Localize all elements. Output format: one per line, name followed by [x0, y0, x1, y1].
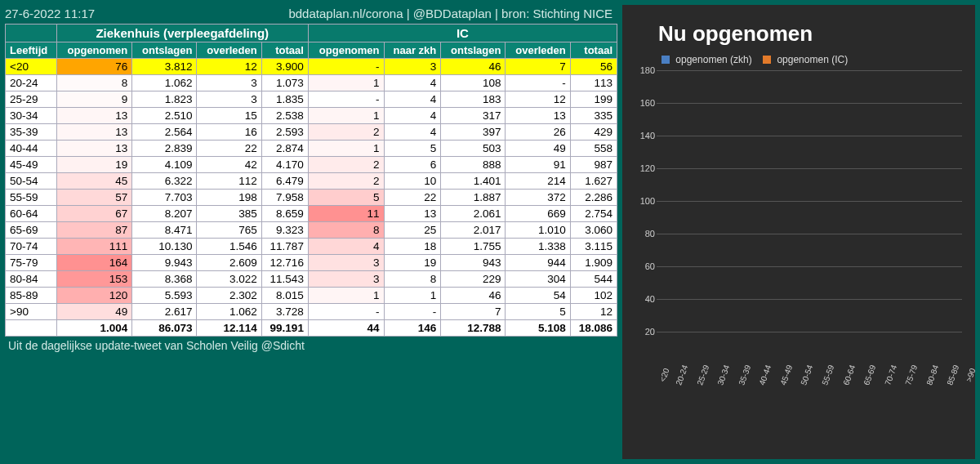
table-row: 40-44132.839222.8741550349558	[6, 141, 617, 157]
cell-i_tot: 199	[570, 91, 617, 108]
col-i-dec: overleden	[506, 42, 570, 59]
table-row: <20763.812123.900-346756	[6, 59, 617, 75]
cell-age: 25-29	[6, 91, 57, 108]
legend-swatch-ic	[763, 56, 771, 64]
cell-i_tozkh: 4	[384, 75, 441, 91]
cell-h_tot: 8.659	[261, 206, 308, 222]
cell-h_tot: 6.479	[261, 173, 308, 190]
cell-h_tot: 1.073	[261, 75, 308, 91]
cell-i_tot: 56	[570, 59, 617, 75]
cell-h_dis: 2.510	[132, 108, 197, 124]
cell-i_adm: -	[308, 59, 384, 75]
cell-i_tot: 12	[570, 304, 617, 320]
cell-h_adm: 111	[56, 239, 132, 255]
cell-i_tozkh: 3	[384, 59, 441, 75]
cell-age: 65-69	[6, 222, 57, 239]
cell-i_dec: 1.338	[506, 239, 570, 255]
cell-h_adm: 49	[56, 304, 132, 320]
cell-i_adm: 3	[308, 271, 384, 288]
cell-h_dec: 12	[197, 59, 261, 75]
cell-h_dis: 6.322	[132, 173, 197, 190]
cell-i_tozkh: 10	[384, 173, 441, 190]
cell-h_dec: 1.546	[197, 239, 261, 255]
cell-h_dec: 16	[197, 124, 261, 141]
cell-i_dis: 2.061	[441, 206, 506, 222]
cell-h_tot: 2.593	[261, 124, 308, 141]
cell-i_adm: 4	[308, 239, 384, 255]
cell-i_adm: 1	[308, 141, 384, 157]
legend-label-ic: opgenomen (IC)	[777, 54, 848, 65]
table-row: 45-49194.109424.1702688891987	[6, 157, 617, 173]
table-row: 35-39132.564162.5932439726429	[6, 124, 617, 141]
cell-h_adm: 9	[56, 91, 132, 108]
cell-i_dis: 943	[441, 255, 506, 271]
cell-h_dis: 2.617	[132, 304, 197, 320]
cell-i_dec: 26	[506, 124, 570, 141]
cell-i_dis: 46	[441, 288, 506, 304]
cell-i_dis: 397	[441, 124, 506, 141]
cell-h_tot: 1.835	[261, 91, 308, 108]
footer-note: Uit de dagelijkse update-tweet van Schol…	[5, 337, 617, 352]
cell-i_dec: 944	[506, 255, 570, 271]
cell-i_tot: 113	[570, 75, 617, 91]
cell-i_dec: 12	[506, 91, 570, 108]
cell-age: 85-89	[6, 288, 57, 304]
cell-i_dec: 49	[506, 141, 570, 157]
cell-h_tot: 3.728	[261, 304, 308, 320]
table-row: 30-34132.510152.5381431713335	[6, 108, 617, 124]
cell-age: 70-74	[6, 239, 57, 255]
cell-h_dis: 7.703	[132, 190, 197, 206]
cell-i_dec: 7	[506, 59, 570, 75]
cell-i_adm: 3	[308, 255, 384, 271]
top-bar: 27-6-2022 11:17 bddataplan.nl/corona | @…	[5, 5, 617, 24]
cell-h_adm: 13	[56, 108, 132, 124]
cell-i_adm: -	[308, 91, 384, 108]
col-i-adm: opgenomen	[308, 42, 384, 59]
chart-area: 20406080100120140160180 <2020-2425-2930-…	[657, 70, 962, 389]
cell-i_tot: 987	[570, 157, 617, 173]
cell-h_dis: 8.471	[132, 222, 197, 239]
cell-h_adm: 120	[56, 288, 132, 304]
cell-h_adm: 19	[56, 157, 132, 173]
cell-h_adm: 8	[56, 75, 132, 91]
cell-i_adm: 2	[308, 173, 384, 190]
cell-i_tozkh: 19	[384, 255, 441, 271]
table-row: 80-841538.3683.02211.54338229304544	[6, 271, 617, 288]
cell-i_tot: 3.115	[570, 239, 617, 255]
table-row: 75-791649.9432.60912.7163199439441.909	[6, 255, 617, 271]
cell-i_dis: 888	[441, 157, 506, 173]
cell-age: 30-34	[6, 108, 57, 124]
cell-i_tozkh: 13	[384, 206, 441, 222]
cell-h_adm: 164	[56, 255, 132, 271]
col-h-dec: overleden	[197, 42, 261, 59]
cell-h_dec: 3	[197, 75, 261, 91]
cell-age: 75-79	[6, 255, 57, 271]
cell-i_dec: 91	[506, 157, 570, 173]
cell-h_adm: 153	[56, 271, 132, 288]
cell-h_dis: 3.812	[132, 59, 197, 75]
cell-i_dec: -	[506, 75, 570, 91]
table-row: 85-891205.5932.3028.015114654102	[6, 288, 617, 304]
chart-legend: opgenomen (zkh) opgenomen (IC)	[662, 53, 965, 65]
y-tick: 120	[640, 163, 655, 173]
cell-h_dec: 198	[197, 190, 261, 206]
y-tick: 20	[645, 327, 655, 337]
cell-h_dis: 2.564	[132, 124, 197, 141]
cell-h_dis: 8.368	[132, 271, 197, 288]
cell-h_tot: 9.323	[261, 222, 308, 239]
cell-age: 55-59	[6, 190, 57, 206]
cell-h_dec: 15	[197, 108, 261, 124]
cell-i_adm: 1	[308, 75, 384, 91]
y-tick: 40	[645, 294, 655, 304]
table-row: 50-54456.3221126.4792101.4012141.627	[6, 173, 617, 190]
cell-i_adm: -	[308, 304, 384, 320]
table-row: 70-7411110.1301.54611.7874181.7551.3383.…	[6, 239, 617, 255]
cell-h_adm: 57	[56, 190, 132, 206]
y-tick: 160	[640, 98, 655, 108]
cell-i_adm: 8	[308, 222, 384, 239]
cell-h_adm: 67	[56, 206, 132, 222]
cell-i_dec: 1.010	[506, 222, 570, 239]
source-line: bddataplan.nl/corona | @BDDataplan | bro…	[288, 7, 612, 20]
table-row: >90492.6171.0623.728--7512	[6, 304, 617, 320]
cell-i_tot: 2.754	[570, 206, 617, 222]
